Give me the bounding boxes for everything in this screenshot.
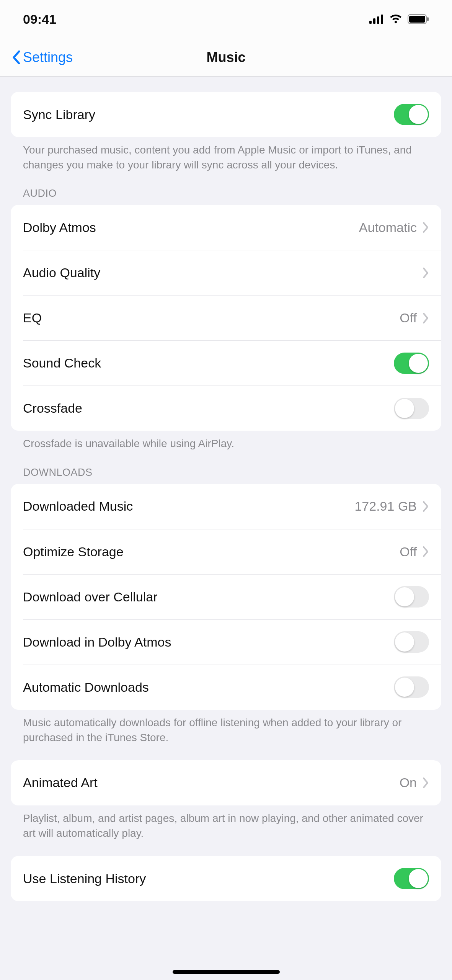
svg-rect-3	[381, 15, 383, 24]
toggle-automatic-downloads[interactable]	[394, 676, 429, 698]
chevron-right-icon	[423, 501, 429, 512]
downloads-footer: Music automatically downloads for offlin…	[0, 710, 452, 745]
chevron-right-icon	[423, 777, 429, 788]
row-label: Download in Dolby Atmos	[23, 635, 394, 650]
listening-section: Use Listening History	[0, 856, 452, 901]
row-detail: Automatic	[359, 220, 417, 235]
row-download-in-dolby-atmos[interactable]: Download in Dolby Atmos	[23, 619, 441, 665]
animated-art-footer: Playlist, album, and artist pages, album…	[0, 805, 452, 841]
status-bar: 09:41	[0, 0, 452, 38]
row-downloaded-music[interactable]: Downloaded Music 172.91 GB	[11, 484, 441, 529]
nav-bar: Settings Music	[0, 38, 452, 77]
row-detail: Off	[400, 544, 417, 559]
row-eq[interactable]: EQ Off	[23, 295, 441, 340]
back-label: Settings	[23, 49, 73, 65]
toggle-sound-check[interactable]	[394, 353, 429, 374]
row-sound-check[interactable]: Sound Check	[23, 340, 441, 385]
row-label: Animated Art	[23, 775, 400, 790]
row-use-listening-history[interactable]: Use Listening History	[11, 856, 441, 901]
row-detail: 172.91 GB	[354, 499, 417, 514]
home-indicator[interactable]	[173, 970, 280, 974]
row-label: Automatic Downloads	[23, 680, 394, 695]
row-label: Crossfade	[23, 401, 394, 416]
sync-footer: Your purchased music, content you add fr…	[0, 137, 452, 172]
wifi-icon	[389, 15, 402, 24]
row-label: Optimize Storage	[23, 544, 400, 559]
row-label: EQ	[23, 310, 400, 325]
audio-header: AUDIO	[0, 188, 452, 205]
chevron-right-icon	[423, 222, 429, 233]
row-crossfade[interactable]: Crossfade	[23, 385, 441, 431]
battery-icon	[408, 14, 429, 24]
animated-art-section: Animated Art On Playlist, album, and art…	[0, 760, 452, 841]
chevron-right-icon	[423, 313, 429, 323]
downloads-group: Downloaded Music 172.91 GB Optimize Stor…	[11, 484, 441, 710]
row-automatic-downloads[interactable]: Automatic Downloads	[23, 665, 441, 710]
svg-rect-6	[427, 17, 429, 21]
svg-rect-2	[377, 16, 379, 24]
sync-group: Sync Library	[11, 92, 441, 137]
toggle-sync-library[interactable]	[394, 104, 429, 125]
row-detail: Off	[400, 310, 417, 325]
status-time: 09:41	[23, 12, 56, 27]
row-label: Sync Library	[23, 107, 394, 122]
row-label: Use Listening History	[23, 871, 394, 886]
settings-content: Sync Library Your purchased music, conte…	[0, 92, 452, 947]
row-sync-library[interactable]: Sync Library	[11, 92, 441, 137]
audio-section: AUDIO Dolby Atmos Automatic Audio Qualit…	[0, 188, 452, 451]
toggle-download-in-dolby-atmos[interactable]	[394, 631, 429, 653]
row-detail: On	[400, 775, 417, 790]
chevron-right-icon	[423, 268, 429, 278]
toggle-download-over-cellular[interactable]	[394, 586, 429, 608]
row-optimize-storage[interactable]: Optimize Storage Off	[23, 529, 441, 574]
cellular-icon	[369, 15, 384, 24]
downloads-header: DOWNLOADS	[0, 467, 452, 484]
sync-section: Sync Library Your purchased music, conte…	[0, 92, 452, 172]
row-label: Dolby Atmos	[23, 220, 359, 235]
row-label: Audio Quality	[23, 265, 417, 280]
back-button[interactable]: Settings	[12, 49, 73, 65]
row-dolby-atmos[interactable]: Dolby Atmos Automatic	[11, 205, 441, 250]
row-label: Downloaded Music	[23, 499, 354, 514]
row-label: Download over Cellular	[23, 590, 394, 604]
status-indicators	[369, 14, 429, 24]
audio-group: Dolby Atmos Automatic Audio Quality EQ O…	[11, 205, 441, 431]
audio-footer: Crossfade is unavailable while using Air…	[0, 431, 452, 451]
svg-rect-0	[369, 21, 372, 24]
downloads-section: DOWNLOADS Downloaded Music 172.91 GB Opt…	[0, 467, 452, 745]
row-audio-quality[interactable]: Audio Quality	[23, 250, 441, 295]
chevron-right-icon	[423, 546, 429, 557]
row-download-over-cellular[interactable]: Download over Cellular	[23, 574, 441, 619]
animated-art-group: Animated Art On	[11, 760, 441, 805]
row-animated-art[interactable]: Animated Art On	[11, 760, 441, 805]
chevron-left-icon	[12, 51, 21, 64]
toggle-crossfade[interactable]	[394, 398, 429, 419]
row-label: Sound Check	[23, 356, 394, 371]
toggle-use-listening-history[interactable]	[394, 868, 429, 889]
listening-group: Use Listening History	[11, 856, 441, 901]
svg-rect-1	[373, 18, 375, 24]
svg-rect-5	[409, 16, 425, 23]
